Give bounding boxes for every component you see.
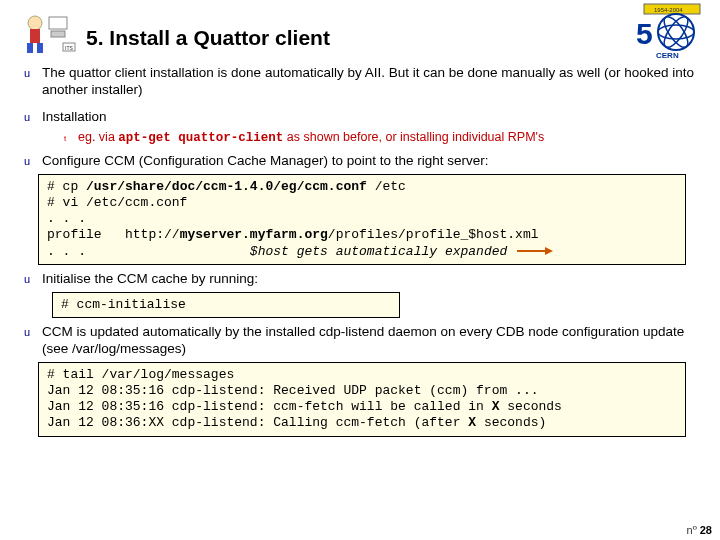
bullet-text: Installation xyxy=(42,109,700,126)
svg-text:5: 5 xyxy=(636,17,653,50)
code-block-tail: # tail /var/log/messages Jan 12 08:35:16… xyxy=(38,362,686,437)
bullet-item: u Initialise the CCM cache by running: xyxy=(24,271,700,288)
cern-50-icon: 1954-2004 5 CERN xyxy=(632,2,712,62)
bullet-text: CCM is updated automatically by the inst… xyxy=(42,324,700,358)
svg-rect-1 xyxy=(51,31,65,37)
logo-left: ITS xyxy=(10,4,80,59)
arrow-icon xyxy=(515,245,555,257)
slide-body: u The quattor client installation is don… xyxy=(0,59,720,437)
code-line: # tail /var/log/messages xyxy=(47,367,234,382)
svg-text:1954-2004: 1954-2004 xyxy=(654,7,683,13)
bullet-text: Configure CCM (Configuration Cache Manag… xyxy=(42,153,700,170)
page-number: nº 28 xyxy=(687,524,712,536)
sub-bullet-text: eg. via apt-get quattor-client as shown … xyxy=(78,130,544,145)
bullet-item: u CCM is updated automatically by the in… xyxy=(24,324,700,358)
bullet-marker: u xyxy=(24,65,42,81)
code-line: # cp /usr/share/doc/ccm-1.4.0/eg/ccm.con… xyxy=(47,179,406,194)
svg-rect-3 xyxy=(30,29,40,43)
bullet-marker: u xyxy=(24,109,42,125)
sub-bullet-item: t eg. via apt-get quattor-client as show… xyxy=(64,130,700,145)
code-line: # ccm-initialise xyxy=(61,297,186,312)
bullet-item: u The quattor client installation is don… xyxy=(24,65,700,99)
bullet-text: The quattor client installation is done … xyxy=(42,65,700,99)
code-line: profile http://myserver.myfarm.org/profi… xyxy=(47,227,539,242)
page-prefix: nº xyxy=(687,524,700,536)
svg-marker-17 xyxy=(545,247,553,255)
bullet-marker: u xyxy=(24,271,42,287)
svg-point-2 xyxy=(28,16,42,30)
slide-header: ITS 5. Install a Quattor client 1954-200… xyxy=(0,0,720,59)
svg-rect-0 xyxy=(49,17,67,29)
code-line: # vi /etc/ccm.conf xyxy=(47,195,187,210)
page-num: 28 xyxy=(700,524,712,536)
svg-text:ITS: ITS xyxy=(65,45,73,51)
code-line: Jan 12 08:35:16 cdp-listend: ccm-fetch w… xyxy=(47,399,562,414)
svg-rect-5 xyxy=(37,43,43,53)
code-block-ccm-conf: # cp /usr/share/doc/ccm-1.4.0/eg/ccm.con… xyxy=(38,174,686,265)
cartoon-icon: ITS xyxy=(13,7,77,57)
code-line: . . . xyxy=(47,211,86,226)
code-line: Jan 12 08:36:XX cdp-listend: Calling ccm… xyxy=(47,415,546,430)
svg-rect-4 xyxy=(27,43,33,53)
bullet-item: u Installation xyxy=(24,109,700,126)
svg-text:CERN: CERN xyxy=(656,51,679,60)
svg-point-12 xyxy=(658,25,694,39)
bullet-marker: u xyxy=(24,324,42,340)
code-line: . . . $host gets automatically expanded xyxy=(47,244,555,259)
svg-point-11 xyxy=(658,14,694,50)
sub-text-prefix: eg. via xyxy=(78,130,118,144)
logo-right: 1954-2004 5 CERN xyxy=(632,2,712,62)
sub-text-suffix: as shown before, or installing individua… xyxy=(283,130,544,144)
inline-note: $host gets automatically expanded xyxy=(250,244,507,259)
sub-bullet-marker: t xyxy=(64,130,78,145)
code-block-init: # ccm-initialise xyxy=(52,292,400,318)
code-line: Jan 12 08:35:16 cdp-listend: Received UD… xyxy=(47,383,538,398)
bullet-marker: u xyxy=(24,153,42,169)
bullet-text: Initialise the CCM cache by running: xyxy=(42,271,700,288)
slide-title: 5. Install a Quattor client xyxy=(86,26,330,50)
inline-code: apt-get quattor-client xyxy=(118,131,283,145)
bullet-item: u Configure CCM (Configuration Cache Man… xyxy=(24,153,700,170)
